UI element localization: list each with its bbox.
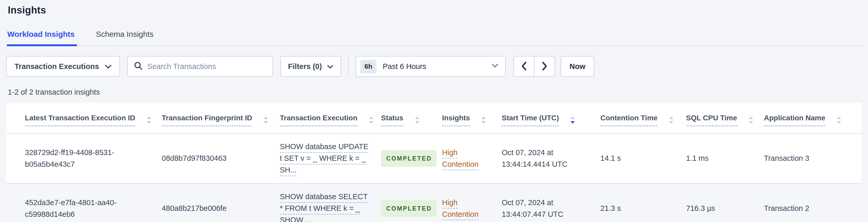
sort-icon[interactable] bbox=[749, 116, 753, 124]
time-range-picker[interactable]: 6h Past 6 Hours bbox=[355, 56, 506, 77]
chevron-down-icon bbox=[105, 62, 112, 71]
status-badge: COMPLETED bbox=[381, 150, 437, 167]
chevron-down-icon bbox=[327, 62, 333, 71]
sort-desc-icon[interactable] bbox=[570, 116, 575, 124]
contention-time-cell: 14.1 s bbox=[594, 133, 680, 183]
sort-icon[interactable] bbox=[264, 116, 268, 124]
contention-time-cell: 21.3 s bbox=[594, 183, 680, 222]
insight-type-value: Transaction Executions bbox=[14, 62, 99, 71]
column-header-insights[interactable]: Insights bbox=[436, 103, 496, 133]
column-header-status[interactable]: Status bbox=[375, 103, 436, 133]
insight-type-select[interactable]: Transaction Executions bbox=[6, 56, 120, 77]
sql-cpu-time-cell: 1.1 ms bbox=[680, 133, 758, 183]
start-time-cell: Oct 07, 2024 at 13:44:07.447 UTC bbox=[496, 183, 594, 222]
transaction-execution-cell: SHOW database UPDATE t SET v = _ WHERE k… bbox=[274, 133, 375, 183]
next-range-button[interactable] bbox=[534, 56, 555, 77]
fingerprint-id-cell: 480a8b217be006fe bbox=[155, 183, 274, 222]
search-input[interactable] bbox=[148, 62, 266, 71]
sort-icon[interactable] bbox=[415, 116, 420, 124]
execution-id-cell: 452da3e7-e7fa-4801-aa40-c59988d14eb6 bbox=[6, 183, 155, 222]
previous-range-button[interactable] bbox=[514, 56, 534, 77]
status-cell: COMPLETED bbox=[375, 133, 436, 183]
page-title: Insights bbox=[8, 5, 862, 16]
column-header-sql-cpu-time[interactable]: SQL CPU Time bbox=[680, 103, 758, 133]
search-box bbox=[127, 56, 273, 77]
column-header-transaction-execution[interactable]: Transaction Execution bbox=[274, 103, 375, 133]
sort-icon[interactable] bbox=[669, 116, 674, 124]
transaction-execution-link[interactable]: SHOW database SELECT * FROM t WHERE k = … bbox=[280, 192, 368, 222]
tab-workload-insights[interactable]: Workload Insights bbox=[7, 30, 74, 45]
chevron-down-icon bbox=[492, 64, 498, 69]
time-range-arrows bbox=[514, 56, 555, 77]
toolbar: Transaction Executions Filters (0) 6h Pa… bbox=[6, 56, 862, 77]
results-count: 1-2 of 2 transaction insights bbox=[8, 88, 862, 96]
transaction-execution-link[interactable]: SHOW database UPDATE t SET v = _ WHERE k… bbox=[280, 142, 368, 174]
insights-page: Insights Workload Insights Schema Insigh… bbox=[0, 5, 868, 222]
column-header-contention-time[interactable]: Contention Time bbox=[594, 103, 680, 133]
sql-cpu-time-cell: 716.3 µs bbox=[680, 183, 758, 222]
filters-button[interactable]: Filters (0) bbox=[280, 56, 341, 77]
time-range-label: Past 6 Hours bbox=[382, 62, 486, 71]
fingerprint-id-cell: 08d8b7d97f830463 bbox=[155, 133, 274, 183]
column-header-start-time[interactable]: Start Time (UTC) bbox=[496, 103, 594, 133]
insights-table-card: Latest Transaction Execution ID Transact… bbox=[6, 103, 862, 222]
tab-schema-insights[interactable]: Schema Insights bbox=[96, 30, 153, 45]
tab-bar: Workload Insights Schema Insights bbox=[6, 30, 862, 46]
application-name-cell: Transaction 2 bbox=[758, 183, 862, 222]
column-header-application-name[interactable]: Application Name bbox=[758, 103, 862, 133]
sort-icon[interactable] bbox=[837, 116, 841, 124]
start-time-cell: Oct 07, 2024 at 13:44:14.4414 UTC bbox=[496, 133, 594, 183]
sort-icon[interactable] bbox=[481, 116, 486, 124]
table-header-row: Latest Transaction Execution ID Transact… bbox=[6, 103, 862, 133]
insights-cell: High Contention bbox=[436, 183, 496, 222]
status-badge: COMPLETED bbox=[381, 200, 437, 217]
time-range-badge: 6h bbox=[360, 60, 376, 73]
high-contention-link[interactable]: High Contention bbox=[442, 198, 478, 218]
toolbar-divider bbox=[348, 56, 349, 77]
table-row: 328729d2-ff19-4408-8531-b05a5b4e43c7 08d… bbox=[6, 133, 862, 183]
now-button[interactable]: Now bbox=[561, 56, 594, 77]
column-header-latest-transaction-execution-id[interactable]: Latest Transaction Execution ID bbox=[6, 103, 155, 133]
chevron-left-icon bbox=[521, 62, 527, 71]
table-row: 452da3e7-e7fa-4801-aa40-c59988d14eb6 480… bbox=[6, 183, 862, 222]
sort-icon[interactable] bbox=[369, 116, 374, 124]
search-icon bbox=[134, 61, 143, 71]
high-contention-link[interactable]: High Contention bbox=[442, 148, 478, 168]
transaction-execution-cell: SHOW database SELECT * FROM t WHERE k = … bbox=[274, 183, 375, 222]
sort-icon[interactable] bbox=[147, 116, 151, 124]
status-cell: COMPLETED bbox=[375, 183, 436, 222]
column-header-transaction-fingerprint-id[interactable]: Transaction Fingerprint ID bbox=[155, 103, 274, 133]
insights-cell: High Contention bbox=[436, 133, 496, 183]
application-name-cell: Transaction 3 bbox=[758, 133, 862, 183]
chevron-right-icon bbox=[542, 62, 548, 71]
transaction-insights-table: Latest Transaction Execution ID Transact… bbox=[6, 103, 862, 222]
execution-id-cell: 328729d2-ff19-4408-8531-b05a5b4e43c7 bbox=[6, 133, 155, 183]
filters-label: Filters (0) bbox=[288, 62, 322, 71]
